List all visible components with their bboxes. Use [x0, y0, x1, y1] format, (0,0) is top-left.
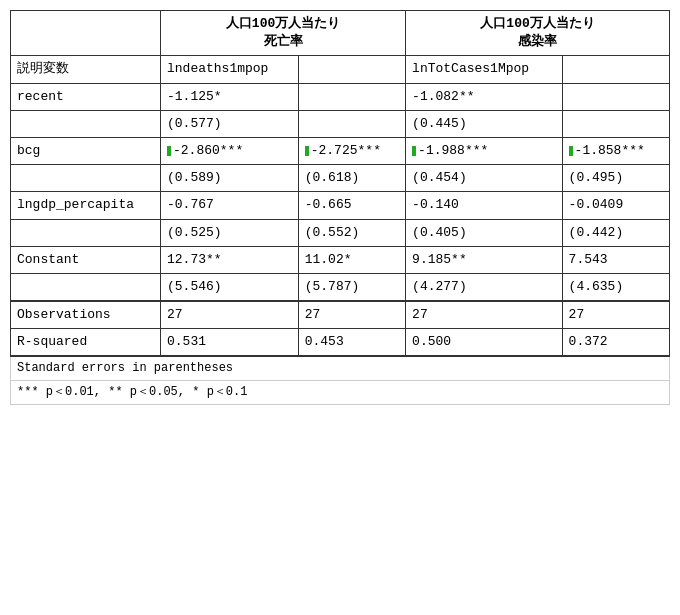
footnote1: Standard errors in parentheses	[11, 356, 670, 380]
observations-v4: 27	[562, 301, 669, 329]
footnote2-row: *** p＜0.01, ** p＜0.05, * p＜0.1	[11, 381, 670, 405]
constant-label: Constant	[11, 246, 161, 273]
bcg-se-v1: (0.589)	[161, 165, 299, 192]
observations-v1: 27	[161, 301, 299, 329]
constant-v3: 9.185**	[406, 246, 563, 273]
recent-se-row: (0.577) (0.445)	[11, 110, 670, 137]
rsquared-v2: 0.453	[298, 329, 405, 357]
observations-label: Observations	[11, 301, 161, 329]
subheader-row: 説明変数 lndeaths1mpop lnTotCases1Mpop	[11, 56, 670, 83]
constant-se-label	[11, 273, 161, 301]
bcg-se-row: (0.589) (0.618) (0.454) (0.495)	[11, 165, 670, 192]
regression-table: 人口100万人当たり死亡率 人口100万人当たり感染率 説明変数 lndeath…	[10, 10, 670, 405]
footnote2: *** p＜0.01, ** p＜0.05, * p＜0.1	[11, 381, 670, 405]
recent-se-v1: (0.577)	[161, 110, 299, 137]
bcg-se-label	[11, 165, 161, 192]
lngdp-label: lngdp_percapita	[11, 192, 161, 219]
bcg-se-v2: (0.618)	[298, 165, 405, 192]
lngdp-v2: -0.665	[298, 192, 405, 219]
constant-row: Constant 12.73** 11.02* 9.185** 7.543	[11, 246, 670, 273]
constant-v2: 11.02*	[298, 246, 405, 273]
bcg-row: bcg -2.860*** -2.725*** -1.988*** -1.858…	[11, 137, 670, 164]
col4-subheader	[562, 56, 669, 83]
constant-se-v2: (5.787)	[298, 273, 405, 301]
recent-se-v2	[298, 110, 405, 137]
bcg-v1: -2.860***	[161, 137, 299, 164]
recent-se-label	[11, 110, 161, 137]
col2-subheader	[298, 56, 405, 83]
rsquared-v4: 0.372	[562, 329, 669, 357]
green-indicator	[167, 146, 171, 156]
rsquared-label: R-squared	[11, 329, 161, 357]
bcg-se-v3: (0.454)	[406, 165, 563, 192]
column-header-row: 人口100万人当たり死亡率 人口100万人当たり感染率	[11, 11, 670, 56]
lngdp-se-v3: (0.405)	[406, 219, 563, 246]
recent-se-v4	[562, 110, 669, 137]
recent-v2	[298, 83, 405, 110]
lngdp-se-v4: (0.442)	[562, 219, 669, 246]
lngdp-se-row: (0.525) (0.552) (0.405) (0.442)	[11, 219, 670, 246]
lngdp-v4: -0.0409	[562, 192, 669, 219]
observations-row: Observations 27 27 27 27	[11, 301, 670, 329]
col3-subheader: lnTotCases1Mpop	[406, 56, 563, 83]
group1-header: 人口100万人当たり死亡率	[161, 11, 406, 56]
constant-se-v4: (4.635)	[562, 273, 669, 301]
lngdp-se-v2: (0.552)	[298, 219, 405, 246]
bcg-v2: -2.725***	[298, 137, 405, 164]
group2-header: 人口100万人当たり感染率	[406, 11, 670, 56]
recent-v1: -1.125*	[161, 83, 299, 110]
constant-v1: 12.73**	[161, 246, 299, 273]
observations-v3: 27	[406, 301, 563, 329]
rsquared-v1: 0.531	[161, 329, 299, 357]
empty-header	[11, 11, 161, 56]
observations-v2: 27	[298, 301, 405, 329]
recent-v4	[562, 83, 669, 110]
rsquared-row: R-squared 0.531 0.453 0.500 0.372	[11, 329, 670, 357]
recent-label: recent	[11, 83, 161, 110]
bcg-v3: -1.988***	[406, 137, 563, 164]
footnote1-row: Standard errors in parentheses	[11, 356, 670, 380]
green-indicator	[412, 146, 416, 156]
green-indicator	[569, 146, 573, 156]
bcg-se-v4: (0.495)	[562, 165, 669, 192]
constant-se-v1: (5.546)	[161, 273, 299, 301]
recent-row: recent -1.125* -1.082**	[11, 83, 670, 110]
constant-v4: 7.543	[562, 246, 669, 273]
col1-subheader: lndeaths1mpop	[161, 56, 299, 83]
lngdp-row: lngdp_percapita -0.767 -0.665 -0.140 -0.…	[11, 192, 670, 219]
bcg-v4: -1.858***	[562, 137, 669, 164]
recent-se-v3: (0.445)	[406, 110, 563, 137]
lngdp-v1: -0.767	[161, 192, 299, 219]
lngdp-se-label	[11, 219, 161, 246]
var-label-header: 説明変数	[11, 56, 161, 83]
bcg-label: bcg	[11, 137, 161, 164]
constant-se-v3: (4.277)	[406, 273, 563, 301]
lngdp-se-v1: (0.525)	[161, 219, 299, 246]
lngdp-v3: -0.140	[406, 192, 563, 219]
recent-v3: -1.082**	[406, 83, 563, 110]
green-indicator	[305, 146, 309, 156]
constant-se-row: (5.546) (5.787) (4.277) (4.635)	[11, 273, 670, 301]
rsquared-v3: 0.500	[406, 329, 563, 357]
